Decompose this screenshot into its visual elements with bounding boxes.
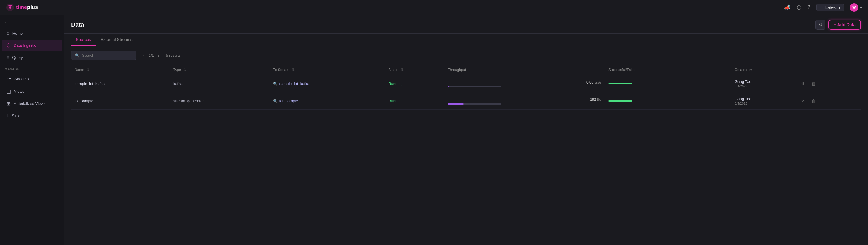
user-chevron-icon: ▾ [860,5,862,10]
cell-success-failed-1 [605,92,731,110]
col-header-throughput: Throughput [444,65,605,75]
search-icon: 🔍 [75,53,80,58]
sidebar-label-views: Views [14,89,24,94]
logo-text: timeplus [16,4,38,10]
cell-throughput-1: 192 B/s [444,92,605,110]
home-icon: ⌂ [6,31,9,36]
user-avatar: W [850,3,858,11]
cell-status-0: Running [385,75,444,92]
col-header-to-stream[interactable]: To Stream ⇅ [270,65,385,75]
sort-status-icon: ⇅ [401,68,404,72]
table-toolbar: 🔍 ‹ 1/1 › 5 results [71,51,861,60]
tab-sources[interactable]: Sources [71,34,96,46]
cell-success-failed-0 [605,75,731,92]
view-button-1[interactable]: 👁 [800,97,807,105]
sort-type-icon: ⇅ [183,68,186,72]
streams-icon: 〜 [6,76,11,82]
pagination: ‹ 1/1 › [141,53,161,59]
col-header-created-by: Created by [731,65,796,75]
help-icon[interactable]: ? [807,4,810,10]
data-table: Name ⇅ Type ⇅ To Stream ⇅ Status [71,65,861,110]
throughput-bar-1 [448,103,464,105]
sidebar: ‹ ⌂ Home ⬡ Data Ingestion ≡ Query MANAGE… [0,15,64,245]
data-ingestion-icon: ⬡ [6,42,11,48]
cell-to-stream-0: 🔍 sample_iot_kafka [270,75,385,92]
cell-name-0: sample_iot_kafka [71,75,170,92]
throughput-track-1 [448,103,501,105]
delete-button-1[interactable]: 🗑 [810,97,817,105]
col-header-name[interactable]: Name ⇅ [71,65,170,75]
cell-created-by-1: Gang Tao 8/4/2023 [731,92,796,110]
sidebar-item-views[interactable]: ◫ Views [2,86,62,97]
cell-type-1: stream_generator [170,92,270,110]
workspace-chevron-icon: ▾ [839,5,841,10]
cell-throughput-0: 0.00 bits/s [444,75,605,92]
refresh-button[interactable]: ↻ [815,20,826,30]
sidebar-label-home: Home [12,31,23,36]
sidebar-section-manage: MANAGE [0,63,64,72]
sidebar-label-streams: Streams [14,77,29,81]
sidebar-item-home[interactable]: ⌂ Home [2,28,62,39]
sidebar-label-query: Query [12,55,23,60]
sidebar-label-data-ingestion: Data Ingestion [14,43,39,48]
sidebar-label-sinks: Sinks [12,114,22,118]
pagination-prev-button[interactable]: ‹ [141,53,146,59]
sort-name-icon: ⇅ [86,68,89,72]
success-bar-0 [609,83,632,85]
view-button-0[interactable]: 👁 [800,80,807,87]
success-bar-1 [609,100,632,102]
cell-actions-1: 👁 🗑 [796,92,861,110]
sidebar-item-sinks[interactable]: ↓ Sinks [2,110,62,121]
sidebar-item-data-ingestion[interactable]: ⬡ Data Ingestion [2,39,62,51]
workspace-selector[interactable]: 🗃 Latest ▾ [816,4,844,11]
delete-button-0[interactable]: 🗑 [810,80,817,87]
sort-to-stream-icon: ⇅ [291,68,294,72]
workspace-label: Latest [826,5,837,10]
throughput-track-0 [448,86,501,87]
sidebar-item-streams[interactable]: 〜 Streams [2,73,62,85]
cell-to-stream-1: 🔍 iot_sample [270,92,385,110]
logo: timeplus [6,3,38,11]
user-menu[interactable]: W ▾ [850,3,862,11]
content-area: Data ↻ + Add Data Sources External Strea… [64,15,868,245]
add-data-button[interactable]: + Add Data [829,20,861,30]
pagination-next-button[interactable]: › [156,53,161,59]
col-header-success-failed: Successful/Failed [605,65,731,75]
col-header-actions [796,65,861,75]
pagination-indicator: 1/1 [149,53,154,58]
col-header-status[interactable]: Status ⇅ [385,65,444,75]
col-header-type[interactable]: Type ⇅ [170,65,270,75]
sidebar-label-materialized-views: Materialized Views [13,101,45,106]
sidebar-collapse-button[interactable]: ‹ [0,17,64,27]
table-header-row: Name ⇅ Type ⇅ To Stream ⇅ Status [71,65,861,75]
svg-point-1 [9,6,11,9]
sinks-icon: ↓ [6,113,9,118]
header-right: 📣 ⬡ ? 🗃 Latest ▾ W ▾ [784,3,862,11]
sidebar-item-materialized-views[interactable]: ⊞ Materialized Views [2,98,62,110]
workspace-icon: 🗃 [819,5,824,10]
tab-bar: Sources External Streams [64,34,868,46]
table-area: 🔍 ‹ 1/1 › 5 results Name ⇅ [64,46,868,245]
search-box[interactable]: 🔍 [71,51,136,60]
logo-icon [6,3,14,11]
search-input[interactable] [82,53,132,58]
query-icon: ≡ [6,55,9,60]
sidebar-item-query[interactable]: ≡ Query [2,52,62,63]
cell-created-by-0: Gang Tao 8/4/2023 [731,75,796,92]
throughput-bar-0 [448,86,449,87]
tab-external-streams[interactable]: External Streams [96,34,137,46]
results-count: 5 results [166,53,180,58]
stream-search-icon-1: 🔍 [273,99,278,103]
megaphone-icon[interactable]: 📣 [784,4,791,11]
cell-actions-0: 👁 🗑 [796,75,861,92]
cell-name-1: iot_sample [71,92,170,110]
slack-icon[interactable]: ⬡ [797,4,801,11]
logo-accent: time [16,4,27,10]
main-layout: ‹ ⌂ Home ⬡ Data Ingestion ≡ Query MANAGE… [0,15,868,245]
content-header: Data ↻ + Add Data [64,15,868,34]
table-row: iot_sample stream_generator 🔍 iot_sample… [71,92,861,110]
header-actions: ↻ + Add Data [815,20,861,30]
cell-type-0: kafka [170,75,270,92]
top-header: timeplus 📣 ⬡ ? 🗃 Latest ▾ W ▾ [0,0,868,15]
page-title: Data [71,22,84,28]
